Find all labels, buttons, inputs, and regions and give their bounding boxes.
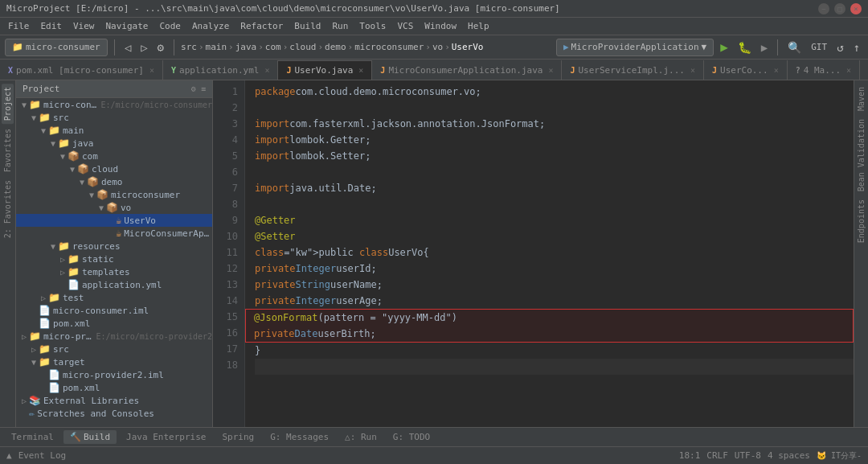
right-tab-bean-validation[interactable]: Bean Validation xyxy=(855,116,867,195)
menu-item-edit[interactable]: Edit xyxy=(36,19,68,33)
tree-item[interactable]: ▼📁target xyxy=(16,355,212,368)
tree-item[interactable]: ▼📁main xyxy=(16,124,212,137)
tree-item[interactable]: ☕MicroConsumerAppli... xyxy=(16,227,212,240)
tree-item[interactable]: 📄pom.xml xyxy=(16,317,212,330)
project-tree-content[interactable]: ▼📁micro-consumerE:/micro/micro-consumer▼… xyxy=(16,98,212,427)
coverage-button[interactable]: ▶ xyxy=(758,39,771,55)
code-line: private Integer userId; xyxy=(255,261,854,277)
event-log[interactable]: Event Log xyxy=(18,450,67,461)
maximize-button[interactable]: □ xyxy=(834,3,845,14)
header-icons: ⚙ ≡ xyxy=(191,84,206,93)
menu-item-refactor[interactable]: Refactor xyxy=(235,19,288,33)
line-numbers: 123456789101112131415161718 xyxy=(213,80,245,427)
tree-item[interactable]: ▷📁test xyxy=(16,291,212,304)
tree-item[interactable]: ☕UserVo xyxy=(16,214,212,227)
tree-item[interactable]: 📄micro-consumer.iml xyxy=(16,304,212,317)
editor-tab-3[interactable]: J MicroConsumerApplication.java × xyxy=(372,60,562,80)
watermark-text: 🐱 IT分享- xyxy=(817,450,862,462)
tree-item[interactable]: ▼📦microconsumer xyxy=(16,188,212,201)
editor-tab-1[interactable]: Y application.yml × xyxy=(163,60,278,80)
run-button[interactable]: ▶ xyxy=(717,38,731,56)
tree-item[interactable]: ▼📁src xyxy=(16,111,212,124)
indent-setting[interactable]: 4 spaces xyxy=(768,450,810,461)
project-icon: 📁 xyxy=(12,42,23,52)
project-name-btn[interactable]: 📁 micro-consumer xyxy=(5,39,108,56)
forward-button[interactable]: ▷ xyxy=(137,39,150,55)
editor-tab-0[interactable]: X pom.xml [micro-consumer] × xyxy=(0,60,163,80)
tree-item[interactable]: 📄application.yml xyxy=(16,278,212,291)
tree-item[interactable]: ▷📚External Libraries xyxy=(16,394,212,407)
debug-button[interactable]: 🐛 xyxy=(735,39,755,55)
menu-item-run[interactable]: Run xyxy=(327,19,353,33)
tree-item[interactable]: 📄micro-provider2.iml xyxy=(16,368,212,381)
editor-tab-6[interactable]: ? 4 Ma... × xyxy=(788,60,860,80)
push-button[interactable]: ↑ xyxy=(850,39,863,55)
tree-item[interactable]: ▷📁static xyxy=(16,253,212,265)
build-tab-3[interactable]: Spring xyxy=(215,430,260,444)
git-button[interactable]: GIT xyxy=(808,40,830,54)
code-line: @Setter xyxy=(255,228,854,244)
menu-item-window[interactable]: Window xyxy=(420,19,461,33)
close-button[interactable]: × xyxy=(850,3,862,14)
run-config-dropdown[interactable]: ▶ MicroProviderApplication ▼ xyxy=(556,39,714,56)
tree-item[interactable]: ▼📦vo xyxy=(16,201,212,214)
menu-item-analyze[interactable]: Analyze xyxy=(187,19,234,33)
tree-item[interactable]: ✏️Scratches and Consoles xyxy=(16,407,212,420)
build-tab-1[interactable]: 🔨 Build xyxy=(63,430,117,444)
toolbar: 📁 micro-consumer ◁ ▷ ⚙ src › main › java… xyxy=(0,35,868,60)
build-tab-5[interactable]: △: Run xyxy=(338,430,383,444)
code-line xyxy=(255,100,854,116)
title-bar: MicroProject [E:/micro] - ...\src\main\j… xyxy=(0,0,868,18)
charset: UTF-8 xyxy=(735,450,761,461)
tree-item[interactable]: ▷📁templates xyxy=(16,265,212,278)
editor-tab-4[interactable]: J UserServiceImpl.j... × xyxy=(562,60,704,80)
sidebar-tab-project[interactable]: Project xyxy=(2,84,14,124)
menu-item-code[interactable]: Code xyxy=(154,19,186,33)
code-line: @JsonFormat(pattern = "yyyy-MM-dd") xyxy=(245,309,854,326)
tree-item[interactable]: ▼📁resources xyxy=(16,240,212,253)
tree-item[interactable]: ▼📁micro-consumerE:/micro/micro-consumer xyxy=(16,98,212,111)
status-bar: ▲ Event Log 18:1 CRLF UTF-8 4 spaces 🐱 I… xyxy=(0,446,868,464)
tree-item[interactable]: ▼📦demo xyxy=(16,175,212,188)
build-tab-6[interactable]: G: TODO xyxy=(387,430,436,444)
menu-item-help[interactable]: Help xyxy=(463,19,494,33)
tab-bar: X pom.xml [micro-consumer] ×Y applicatio… xyxy=(0,60,868,80)
sidebar-tab-structure[interactable]: 2: Favorites xyxy=(2,177,14,241)
tree-item[interactable]: ▼📁java xyxy=(16,137,212,150)
dropdown-arrow: ▼ xyxy=(702,42,707,52)
code-line: private Date userBirth; xyxy=(245,326,854,343)
sidebar-tab-favorites[interactable]: Favorites xyxy=(2,125,14,175)
code-line: import com.fasterxml.jackson.annotation.… xyxy=(255,116,854,132)
code-content[interactable]: package com.cloud.demo.microconsumer.vo;… xyxy=(245,80,854,427)
tree-item[interactable]: ▷📁src xyxy=(16,343,212,355)
menu-item-view[interactable]: View xyxy=(68,19,100,33)
editor-tab-2[interactable]: J UserVo.java × xyxy=(278,60,372,80)
editor-tab-5[interactable]: J UserCo... × xyxy=(704,60,788,80)
code-line xyxy=(255,164,854,180)
build-tab-2[interactable]: Java Enterprise xyxy=(120,430,212,444)
settings-button[interactable]: ⚙ xyxy=(154,39,167,55)
back-button[interactable]: ◁ xyxy=(121,39,134,55)
minimize-button[interactable]: − xyxy=(818,3,829,14)
tree-item[interactable]: ▷📁micro-provider2E:/micro/micro-provider… xyxy=(16,330,212,343)
tree-item[interactable]: ▼📦cloud xyxy=(16,162,212,175)
build-tab-4[interactable]: G: Messages xyxy=(264,430,335,444)
build-tab-0[interactable]: Terminal xyxy=(5,430,60,444)
search-button[interactable]: 🔍 xyxy=(784,39,805,55)
tree-item[interactable]: 📄pom.xml xyxy=(16,381,212,394)
menu-item-navigate[interactable]: Navigate xyxy=(101,19,154,33)
code-line: @Getter xyxy=(255,212,854,228)
menu-item-build[interactable]: Build xyxy=(289,19,326,33)
toolbar-separator-2 xyxy=(174,39,174,55)
project-header: Project ⚙ ≡ xyxy=(16,80,212,98)
menu-item-tools[interactable]: Tools xyxy=(354,19,391,33)
menu-item-vcs[interactable]: VCS xyxy=(392,19,418,33)
left-panel-tabs: Project Favorites 2: Favorites xyxy=(0,80,16,427)
right-panel: Maven Bean Validation Endpoints xyxy=(854,80,868,427)
menu-item-file[interactable]: File xyxy=(3,19,35,33)
right-tab-endpoints[interactable]: Endpoints xyxy=(855,196,867,246)
tree-item[interactable]: ▼📦com xyxy=(16,150,212,162)
right-tab-maven[interactable]: Maven xyxy=(855,84,867,114)
update-button[interactable]: ↺ xyxy=(833,39,846,55)
status-bar-right: 18:1 CRLF UTF-8 4 spaces 🐱 IT分享- xyxy=(679,450,862,462)
